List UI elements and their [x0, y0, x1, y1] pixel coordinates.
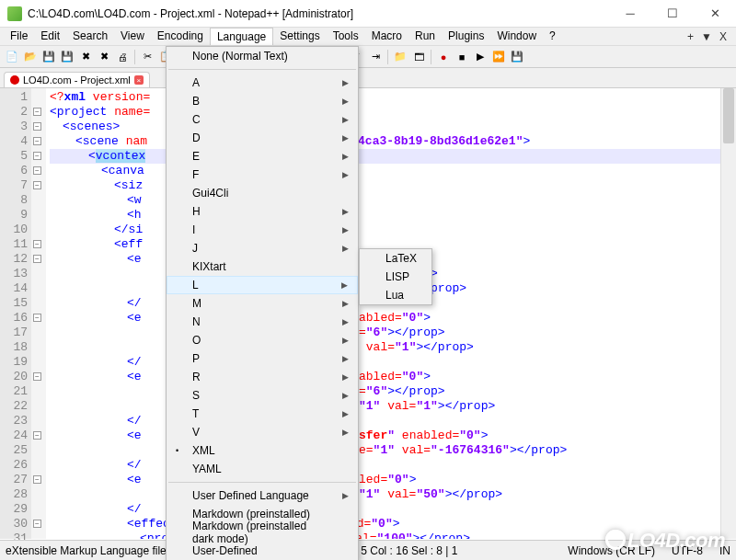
lang-item-markdown-preinstalled-dark-mode-[interactable]: Markdown (preinstalled dark mode): [167, 523, 358, 542]
fold-toggle[interactable]: −: [33, 314, 41, 322]
lang-item-a[interactable]: A▶: [167, 74, 358, 92]
menu-view[interactable]: View: [114, 28, 151, 45]
lang-item-kixtart[interactable]: KIXtart: [167, 257, 358, 276]
lang-item-n[interactable]: N▶: [167, 313, 358, 331]
status-insert[interactable]: IN: [719, 544, 730, 557]
lang-item-user-defined-language[interactable]: User Defined Language▶: [167, 486, 358, 505]
menu-encoding[interactable]: Encoding: [151, 28, 210, 45]
lang-item-v[interactable]: V▶: [167, 423, 358, 441]
lang-item-p[interactable]: P▶: [167, 349, 358, 368]
tab-label: LO4D.com - Project.xml: [23, 74, 131, 86]
fold-toggle[interactable]: −: [33, 137, 41, 145]
editor-area[interactable]: 1234567891011121314151617181920212223242…: [0, 88, 736, 539]
menu-search[interactable]: Search: [66, 28, 114, 45]
app-icon: [7, 6, 22, 21]
open-file-icon[interactable]: 📂: [22, 49, 39, 65]
lang-item-c[interactable]: C▶: [167, 110, 358, 129]
new-file-icon[interactable]: 📄: [4, 49, 20, 65]
lang-item-m[interactable]: M▶: [167, 294, 358, 313]
menu-bar: FileEditSearchViewEncodingLanguageSettin…: [0, 28, 736, 46]
menu-dropdown[interactable]: ▼: [701, 30, 712, 43]
save-all-icon[interactable]: 💾: [59, 49, 75, 65]
lang-item-d[interactable]: D▶: [167, 129, 358, 147]
lang-item-o[interactable]: O▶: [167, 331, 358, 349]
lang-item-e[interactable]: E▶: [167, 147, 358, 166]
status-bar: eXtensible Markup Language file length :…: [0, 540, 736, 560]
menu-plugins[interactable]: Plugins: [442, 28, 490, 45]
lang-item-lisp[interactable]: LISP: [360, 268, 431, 286]
menu-run[interactable]: Run: [408, 28, 442, 45]
stop-icon[interactable]: ■: [454, 49, 470, 65]
fold-toggle[interactable]: −: [33, 240, 41, 248]
save-icon[interactable]: 💾: [40, 49, 57, 65]
close-file-icon[interactable]: ✖: [77, 49, 94, 65]
maximize-button[interactable]: ☐: [651, 0, 694, 27]
status-filetype: eXtensible Markup Language file: [6, 544, 167, 557]
vertical-scrollbar[interactable]: [720, 88, 736, 539]
lang-item-yaml[interactable]: YAML: [167, 460, 358, 478]
menu-window[interactable]: Window: [490, 28, 543, 45]
code-content[interactable]: <?xml version=<project name=<scenes><sce…: [46, 88, 720, 539]
close-button[interactable]: ✕: [694, 0, 736, 27]
tab-close-icon[interactable]: ×: [134, 75, 144, 85]
fold-toggle[interactable]: −: [33, 475, 41, 484]
lang-item-j[interactable]: J▶: [167, 239, 358, 257]
menu-settings[interactable]: Settings: [273, 28, 326, 45]
fold-toggle[interactable]: −: [33, 152, 41, 160]
fold-toggle[interactable]: −: [33, 520, 41, 528]
lang-item-f[interactable]: F▶: [167, 166, 358, 184]
cut-icon[interactable]: ✂: [139, 49, 155, 65]
scrollbar-thumb[interactable]: [723, 88, 734, 143]
fold-toggle[interactable]: −: [33, 431, 41, 440]
print-icon[interactable]: 🖨: [114, 49, 131, 65]
record-icon[interactable]: ●: [435, 49, 452, 65]
lang-item-l[interactable]: L▶: [167, 276, 358, 294]
menu-plus[interactable]: +: [687, 30, 694, 43]
play-icon[interactable]: ▶: [472, 49, 489, 65]
menu-language[interactable]: Language: [210, 28, 273, 45]
menu-?[interactable]: ?: [543, 28, 562, 45]
status-eol[interactable]: Windows (CR LF): [568, 544, 655, 557]
status-encoding[interactable]: UTF-8: [672, 544, 703, 557]
fold-toggle[interactable]: −: [33, 166, 41, 175]
indent-icon[interactable]: ⇥: [367, 49, 384, 65]
lang-item-none-normal-text-[interactable]: None (Normal Text): [167, 47, 358, 65]
tab-modified-icon: [10, 75, 19, 85]
fold-toggle[interactable]: −: [33, 122, 41, 131]
line-number-gutter: 1234567891011121314151617181920212223242…: [0, 88, 31, 539]
menu-tools[interactable]: Tools: [327, 28, 365, 45]
lang-item-latex[interactable]: LaTeX: [360, 249, 431, 268]
fold-column[interactable]: −−−−−−−−−−−−−: [31, 88, 46, 539]
window-title: C:\LO4D.com\LO4D.com - Project.xml - Not…: [28, 7, 609, 20]
lang-item-s[interactable]: S▶: [167, 386, 358, 405]
fold-toggle[interactable]: −: [33, 181, 41, 189]
menu-macro[interactable]: Macro: [365, 28, 408, 45]
fold-toggle[interactable]: −: [33, 255, 41, 263]
lang-item-b[interactable]: B▶: [167, 92, 358, 110]
lang-item-xml[interactable]: XML•: [167, 441, 358, 460]
lang-item-h[interactable]: H▶: [167, 202, 358, 221]
lang-item-gui4cli[interactable]: Gui4Cli: [167, 184, 358, 202]
menu-edit[interactable]: Edit: [34, 28, 66, 45]
menu-file[interactable]: File: [4, 28, 34, 45]
close-all-icon[interactable]: ✖: [96, 49, 112, 65]
monitor-icon[interactable]: 🗔: [410, 49, 427, 65]
lang-item-user-defined[interactable]: User-Defined: [167, 542, 358, 560]
lang-item-i[interactable]: I▶: [167, 221, 358, 239]
menu-close[interactable]: X: [719, 30, 727, 43]
save-macro-icon[interactable]: 💾: [509, 49, 525, 65]
language-submenu-l[interactable]: LaTeXLISPLua: [359, 248, 432, 305]
minimize-button[interactable]: ─: [609, 0, 651, 27]
title-bar: C:\LO4D.com\LO4D.com - Project.xml - Not…: [0, 0, 736, 28]
toolbar: 📄 📂 💾 💾 ✖ ✖ 🖨 ✂ 📋 📋 ↶ ↷ 🔍 🔍 🔍 🔍 ↩ ¶ ⇥ 📁 …: [0, 46, 736, 68]
tab-bar: LO4D.com - Project.xml ×: [0, 68, 736, 88]
language-menu[interactable]: None (Normal Text)A▶B▶C▶D▶E▶F▶Gui4CliH▶I…: [166, 46, 359, 560]
lang-item-lua[interactable]: Lua: [360, 286, 431, 304]
fold-toggle[interactable]: −: [33, 108, 41, 116]
lang-item-t[interactable]: T▶: [167, 405, 358, 423]
folder-icon[interactable]: 📁: [392, 49, 408, 65]
play-multi-icon[interactable]: ⏩: [490, 49, 507, 65]
fold-toggle[interactable]: −: [33, 372, 41, 381]
tab-project-xml[interactable]: LO4D.com - Project.xml ×: [4, 72, 150, 87]
lang-item-r[interactable]: R▶: [167, 368, 358, 386]
